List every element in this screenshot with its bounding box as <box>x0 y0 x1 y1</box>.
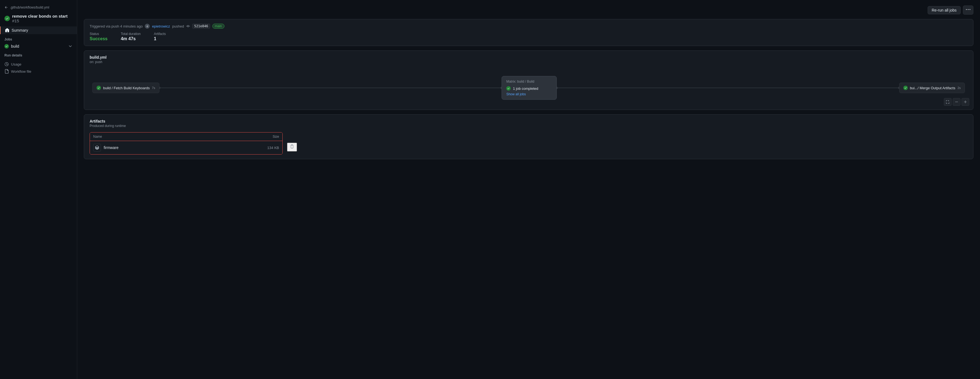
metric-artifacts: Artifacts 1 <box>154 32 166 41</box>
sidebar-item-summary[interactable]: Summary <box>0 27 77 34</box>
status-card: Triggered via push 4 minutes ago e epiet… <box>84 19 974 46</box>
git-commit-icon <box>186 24 190 28</box>
workflow-title: build.yml <box>90 55 967 60</box>
col-name-header: Name <box>93 135 102 138</box>
pipeline-node-merge[interactable]: bui.../ Merge Output Artifacts 2s <box>899 82 965 93</box>
main-content: Re-run all jobs Triggered via push 4 min… <box>77 0 980 379</box>
run-status-icon <box>5 16 10 21</box>
artifacts-count-value: 1 <box>154 36 166 41</box>
rerun-all-jobs-button[interactable]: Re-run all jobs <box>928 6 961 14</box>
connector-1 <box>159 87 501 88</box>
artifacts-subtitle: Produced during runtime <box>90 124 967 128</box>
workflow-subtitle: on: push <box>90 60 967 64</box>
back-link[interactable]: .github/workflows/build.yml <box>5 5 73 10</box>
workflow-card: build.yml on: push build / Fetch Build K… <box>84 51 974 110</box>
fit-view-button[interactable] <box>944 98 951 106</box>
node3-label: bui.../ Merge Output Artifacts <box>910 86 955 90</box>
ellipsis-icon <box>966 8 970 12</box>
artifact-name-cell: firmware <box>93 144 119 152</box>
fit-view-icon <box>946 100 950 104</box>
package-icon <box>95 146 99 150</box>
artifacts-table: Name Size firmware 134 KB <box>90 132 283 154</box>
node1-success-icon <box>97 86 101 90</box>
run-title: remove clear bonds on start #15 <box>12 14 73 23</box>
jobs-section-label: Jobs <box>0 34 77 43</box>
actor-avatar: e <box>145 24 150 29</box>
metric-duration: Total duration 4m 47s <box>121 32 141 41</box>
matrix-job-label: 1 job completed <box>513 87 538 90</box>
usage-label: Usage <box>11 62 22 67</box>
pipeline-controls <box>944 98 969 106</box>
actor-name: epietrowicz <box>152 24 170 29</box>
plus-icon <box>964 100 967 104</box>
more-options-button[interactable] <box>963 5 974 14</box>
matrix-job-row[interactable]: 1 job completed <box>506 86 552 90</box>
sidebar-item-usage[interactable]: Usage <box>0 60 77 68</box>
connector-2 <box>557 87 899 88</box>
artifact-name: firmware <box>104 146 119 150</box>
matrix-success-icon <box>506 86 511 90</box>
chevron-down-icon <box>68 44 73 49</box>
node1-duration: 7s <box>152 86 155 89</box>
run-details-section: Usage Workflow file <box>0 60 77 75</box>
artifacts-card: Artifacts Produced during runtime Name S… <box>84 114 974 159</box>
workflow-file-label: Workflow file <box>11 70 31 73</box>
branch-badge[interactable]: main <box>212 24 224 29</box>
sidebar-summary-label: Summary <box>11 28 28 32</box>
status-card-trigger: Triggered via push 4 minutes ago e epiet… <box>90 24 967 29</box>
top-bar: Re-run all jobs <box>84 5 974 14</box>
zoom-out-button[interactable] <box>953 98 961 106</box>
sidebar-item-build[interactable]: build <box>0 43 77 50</box>
zoom-in-button[interactable] <box>961 98 969 106</box>
trigger-text: Triggered via push 4 minutes ago <box>90 24 143 29</box>
clock-icon <box>5 62 9 67</box>
sidebar: .github/workflows/build.yml remove clear… <box>0 0 77 379</box>
matrix-tooltip: Matrix: build / Build 1 job completed Sh… <box>501 76 557 100</box>
artifacts-table-header: Name Size <box>90 133 282 141</box>
duration-value: 4m 47s <box>121 36 141 41</box>
col-size-header: Size <box>273 135 279 138</box>
metric-status: Status Success <box>90 32 108 41</box>
matrix-header: Matrix: build / Build <box>506 79 552 84</box>
artifact-size: 134 KB <box>267 146 279 150</box>
node3-success-icon <box>904 86 908 90</box>
build-job-label: build <box>11 44 19 49</box>
sidebar-item-workflow-file[interactable]: Workflow file <box>0 68 77 75</box>
pipeline-node-fetch[interactable]: build / Fetch Build Keyboards 7s <box>92 82 159 93</box>
artifacts-title: Artifacts <box>90 119 967 124</box>
status-value: Success <box>90 36 108 41</box>
build-success-icon <box>5 44 9 49</box>
trash-icon <box>290 144 294 149</box>
artifact-row-firmware[interactable]: firmware 134 KB <box>90 141 282 154</box>
status-metrics: Status Success Total duration 4m 47s Art… <box>90 32 967 41</box>
arrow-left-icon <box>5 5 8 10</box>
artifact-delete-button[interactable] <box>287 143 297 152</box>
run-number: #15 <box>12 19 19 23</box>
show-all-jobs-link[interactable]: Show all jobs <box>506 92 552 96</box>
minus-icon <box>955 100 958 104</box>
commit-hash[interactable]: 521e846 <box>192 24 210 29</box>
run-title-row: remove clear bonds on start #15 <box>0 13 77 27</box>
run-details-label: Run details <box>0 50 77 59</box>
back-link-text: .github/workflows/build.yml <box>10 5 49 10</box>
status-label: Status <box>90 32 108 36</box>
artifact-icon <box>93 144 101 152</box>
file-icon <box>5 69 9 73</box>
pushed-text: pushed <box>172 24 184 29</box>
artifacts-count-label: Artifacts <box>154 32 166 36</box>
node1-label: build / Fetch Build Keyboards <box>103 86 150 90</box>
sidebar-nav: Summary <box>0 27 77 34</box>
node3-duration: 2s <box>958 86 961 89</box>
home-icon <box>5 28 10 32</box>
pipeline-flow: build / Fetch Build Keyboards 7s Matrix:… <box>90 70 967 105</box>
duration-label: Total duration <box>121 32 141 36</box>
